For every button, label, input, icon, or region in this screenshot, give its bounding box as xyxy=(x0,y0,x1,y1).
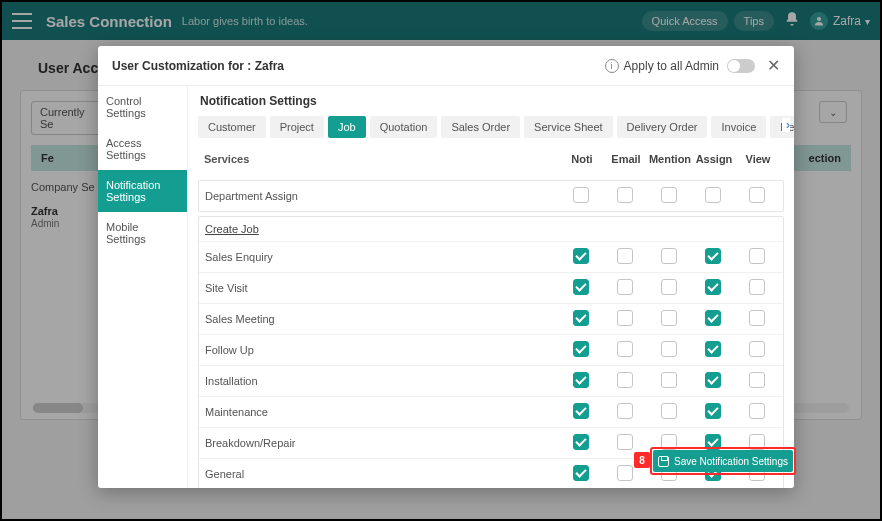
modal-sidebar: Control SettingsAccess SettingsNotificat… xyxy=(98,86,188,488)
row-label: Site Visit xyxy=(203,277,559,299)
checkbox-noti[interactable] xyxy=(573,279,589,295)
column-header-view: View xyxy=(736,148,780,170)
checkbox-email[interactable] xyxy=(617,310,633,326)
checkbox-email[interactable] xyxy=(617,248,633,264)
checkbox-mention[interactable] xyxy=(661,341,677,357)
table-row: Sales Enquiry xyxy=(199,241,783,272)
checkbox-mention[interactable] xyxy=(661,187,677,203)
row-label: Maintenance xyxy=(203,401,559,423)
column-header-noti: Noti xyxy=(560,148,604,170)
checkbox-noti[interactable] xyxy=(573,341,589,357)
checkbox-view[interactable] xyxy=(749,187,765,203)
table-row: Site Visit xyxy=(199,272,783,303)
checkbox-view[interactable] xyxy=(749,248,765,264)
table-row: Department Assign xyxy=(199,181,783,211)
row-label: Sales Meeting xyxy=(203,308,559,330)
checkbox-email[interactable] xyxy=(617,403,633,419)
checkbox-view[interactable] xyxy=(749,341,765,357)
row-label: Sales Enquiry xyxy=(203,246,559,268)
checkbox-mention[interactable] xyxy=(661,372,677,388)
table-row: Sales Meeting xyxy=(199,303,783,334)
row-label: General xyxy=(203,463,559,485)
category-tabs: CustomerProjectJobQuotationSales OrderSe… xyxy=(188,112,794,142)
column-header-email: Email xyxy=(604,148,648,170)
checkbox-email[interactable] xyxy=(617,279,633,295)
save-notification-settings-button[interactable]: Save Notification Settings xyxy=(653,450,793,472)
checkbox-view[interactable] xyxy=(749,403,765,419)
checkbox-assign[interactable] xyxy=(705,341,721,357)
checkbox-mention[interactable] xyxy=(661,403,677,419)
sidebar-item-control-settings[interactable]: Control Settings xyxy=(98,86,187,128)
checkbox-mention[interactable] xyxy=(661,310,677,326)
row-label: Create Job xyxy=(203,218,559,240)
tab-job[interactable]: Job xyxy=(328,116,366,138)
tab-project[interactable]: Project xyxy=(270,116,324,138)
table-row: Maintenance xyxy=(199,396,783,427)
checkbox-noti[interactable] xyxy=(573,403,589,419)
save-button-label: Save Notification Settings xyxy=(674,456,788,467)
modal-title-prefix: User Customization for : xyxy=(112,59,255,73)
table-row: Installation xyxy=(199,365,783,396)
checkbox-noti[interactable] xyxy=(573,434,589,450)
settings-section-title: Notification Settings xyxy=(188,86,794,112)
checkbox-assign[interactable] xyxy=(705,187,721,203)
row-label: Breakdown/Repair xyxy=(203,432,559,454)
checkbox-email[interactable] xyxy=(617,341,633,357)
checkbox-email[interactable] xyxy=(617,434,633,450)
checkbox-noti[interactable] xyxy=(573,465,589,481)
save-callout: 8 Save Notification Settings xyxy=(650,447,796,475)
sidebar-item-mobile-settings[interactable]: Mobile Settings xyxy=(98,212,187,254)
tabs-scroll-right-icon[interactable]: › xyxy=(782,118,790,132)
checkbox-noti[interactable] xyxy=(573,187,589,203)
table-row: Follow Up xyxy=(199,334,783,365)
table-row: Create Job xyxy=(199,217,783,241)
checkbox-noti[interactable] xyxy=(573,248,589,264)
apply-all-admin[interactable]: i Apply to all Admin xyxy=(605,59,755,73)
tab-delivery-order[interactable]: Delivery Order xyxy=(617,116,708,138)
checkbox-assign[interactable] xyxy=(705,372,721,388)
step-badge: 8 xyxy=(634,452,650,468)
column-header-assign: Assign xyxy=(692,148,736,170)
checkbox-noti[interactable] xyxy=(573,372,589,388)
notification-grid[interactable]: Services NotiEmailMentionAssignView Depa… xyxy=(188,142,794,488)
checkbox-email[interactable] xyxy=(617,187,633,203)
checkbox-noti[interactable] xyxy=(573,310,589,326)
row-label: Department Assign xyxy=(203,185,559,207)
checkbox-email[interactable] xyxy=(617,372,633,388)
apply-all-toggle[interactable] xyxy=(727,59,755,73)
checkbox-assign[interactable] xyxy=(705,248,721,264)
tab-sales-order[interactable]: Sales Order xyxy=(441,116,520,138)
checkbox-mention[interactable] xyxy=(661,279,677,295)
tab-invoice[interactable]: Invoice xyxy=(711,116,766,138)
checkbox-view[interactable] xyxy=(749,310,765,326)
save-icon xyxy=(658,456,669,467)
checkbox-view[interactable] xyxy=(749,372,765,388)
row-label: Follow Up xyxy=(203,339,559,361)
grid-header: Services NotiEmailMentionAssignView xyxy=(198,142,784,176)
services-header: Services xyxy=(202,148,560,170)
checkbox-assign[interactable] xyxy=(705,279,721,295)
checkbox-assign[interactable] xyxy=(705,310,721,326)
tab-customer[interactable]: Customer xyxy=(198,116,266,138)
modal-title-user: Zafra xyxy=(255,59,284,73)
sidebar-item-notification-settings[interactable]: Notification Settings xyxy=(98,170,187,212)
tab-quotation[interactable]: Quotation xyxy=(370,116,438,138)
checkbox-email[interactable] xyxy=(617,465,633,481)
sidebar-item-access-settings[interactable]: Access Settings xyxy=(98,128,187,170)
info-icon: i xyxy=(605,59,619,73)
modal-title: User Customization for : Zafra xyxy=(112,59,284,73)
modal-header: User Customization for : Zafra i Apply t… xyxy=(98,46,794,86)
row-label: Installation xyxy=(203,370,559,392)
close-icon[interactable]: ✕ xyxy=(767,56,780,75)
checkbox-view[interactable] xyxy=(749,279,765,295)
checkbox-assign[interactable] xyxy=(705,403,721,419)
tab-service-sheet[interactable]: Service Sheet xyxy=(524,116,612,138)
column-header-mention: Mention xyxy=(648,148,692,170)
user-customization-modal: User Customization for : Zafra i Apply t… xyxy=(98,46,794,488)
checkbox-mention[interactable] xyxy=(661,248,677,264)
modal-main: Notification Settings CustomerProjectJob… xyxy=(188,86,794,488)
apply-all-label: Apply to all Admin xyxy=(624,59,719,73)
